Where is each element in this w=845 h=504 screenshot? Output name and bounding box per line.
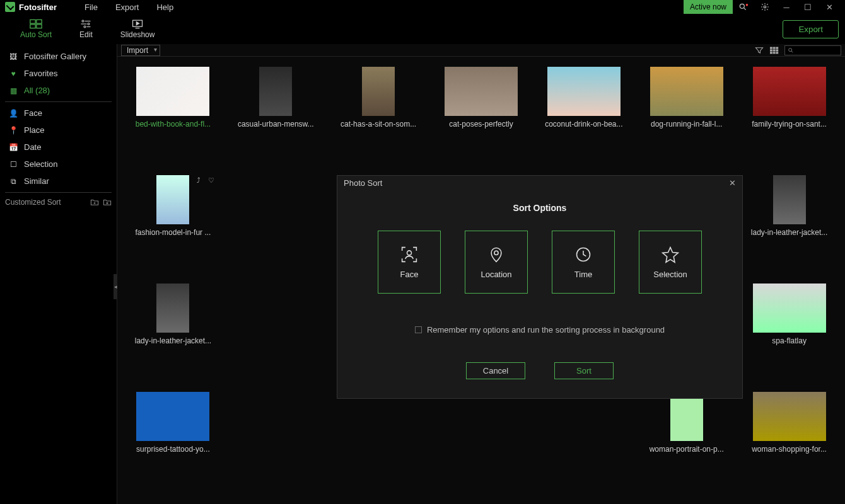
cancel-button[interactable]: Cancel <box>466 362 525 379</box>
sidebar-date-label: Date <box>24 142 41 152</box>
grid-view-icon[interactable] <box>767 45 782 56</box>
search-icon <box>788 47 794 54</box>
sidebar-customized-label: Customized Sort <box>5 198 61 207</box>
thumb-item[interactable]: coconut-drink-on-bea... <box>533 64 634 171</box>
thumb-item[interactable]: casual-urban-mensw... <box>225 64 327 171</box>
remember-label: Remember my options and run the sorting … <box>427 325 665 335</box>
thumb-item[interactable]: bed-with-book-and-fl... <box>122 64 224 171</box>
sidebar-all[interactable]: ▦All (28) <box>5 82 112 99</box>
thumb-label: woman-shopping-for... <box>745 445 834 454</box>
sidebar-face[interactable]: 👤Face <box>5 105 112 122</box>
close-button[interactable]: ✕ <box>819 0 840 14</box>
tab-autosort-label: Auto Sort <box>20 30 52 39</box>
search-icon[interactable]: ● <box>733 0 754 14</box>
pin-icon: 📍 <box>8 126 19 135</box>
sort-option-selection-label: Selection <box>653 270 687 279</box>
menu-file[interactable]: File <box>76 3 107 12</box>
thumb-item[interactable]: ⤴ ♡ fashion-model-in-fur ... <box>122 173 224 280</box>
sidebar-date[interactable]: 📅Date <box>5 139 112 156</box>
remove-folder-icon[interactable] <box>103 198 112 206</box>
search-input[interactable] <box>784 45 841 55</box>
export-icon[interactable]: ⤴ <box>197 176 206 185</box>
remember-checkbox[interactable] <box>415 326 422 333</box>
minimize-button[interactable]: ─ <box>776 0 797 14</box>
heart-icon: ♥ <box>8 69 19 78</box>
sort-options: Face Location Time <box>356 231 723 294</box>
svg-point-0 <box>740 4 744 8</box>
sort-option-face[interactable]: Face <box>378 231 441 294</box>
close-icon[interactable]: ✕ <box>729 178 736 188</box>
star-icon <box>661 246 679 263</box>
sort-option-location-label: Location <box>481 270 511 279</box>
thumb-label: woman-portrait-on-p... <box>643 445 731 454</box>
similar-icon: ⧉ <box>8 177 19 186</box>
import-dropdown[interactable]: Import <box>121 45 160 56</box>
face-icon: 👤 <box>8 109 19 118</box>
dialog-heading: Sort Options <box>356 203 723 213</box>
sidebar-gallery[interactable]: 🖼Fotosifter Gallery <box>5 48 112 65</box>
status-badge: Active now <box>684 0 733 14</box>
svg-rect-26 <box>770 52 772 54</box>
sidebar-place[interactable]: 📍Place <box>5 122 112 139</box>
thumb-item[interactable]: surprised-tattood-yo... <box>122 389 224 496</box>
app-name: Fotosifter <box>19 3 57 12</box>
sort-option-face-label: Face <box>400 270 419 279</box>
thumb-item[interactable]: lady-in-leather-jacket... <box>122 281 224 388</box>
sort-option-location[interactable]: Location <box>465 231 528 294</box>
thumb-item[interactable]: spa-flatlay <box>738 281 840 388</box>
thumb-item[interactable]: lady-in-leather-jacket... <box>738 173 840 280</box>
thumb-item[interactable]: cat-has-a-sit-on-som... <box>328 64 429 171</box>
thumb-label: coconut-drink-on-bea... <box>540 120 628 129</box>
content-header: Import <box>117 44 845 57</box>
tab-autosort[interactable]: Auto Sort <box>6 14 66 44</box>
sidebar-face-label: Face <box>24 108 42 118</box>
face-scan-icon <box>400 246 418 263</box>
clock-icon <box>574 246 592 263</box>
tab-edit[interactable]: Edit <box>66 14 107 44</box>
sidebar-similar[interactable]: ⧉Similar <box>5 173 112 190</box>
settings-icon[interactable] <box>754 0 776 14</box>
thumb-label: family-trying-on-sant... <box>745 120 834 129</box>
calendar-icon: 📅 <box>8 143 19 152</box>
sidebar-favorites-label: Favorites <box>24 69 57 78</box>
thumb-item[interactable]: family-trying-on-sant... <box>738 64 840 171</box>
menu-export[interactable]: Export <box>107 3 148 12</box>
svg-marker-34 <box>663 247 679 262</box>
svg-point-11 <box>84 26 86 28</box>
heart-icon[interactable]: ♡ <box>208 176 217 185</box>
thumb-label: cat-poses-perfectly <box>437 120 525 129</box>
thumb-label: spa-flatlay <box>745 336 834 345</box>
svg-point-31 <box>407 250 412 255</box>
svg-point-29 <box>789 48 792 51</box>
filter-icon[interactable] <box>752 45 767 56</box>
menu-help[interactable]: Help <box>148 3 182 12</box>
thumb-item[interactable]: cat-poses-perfectly <box>431 64 532 171</box>
maximize-button[interactable]: ☐ <box>797 0 819 14</box>
add-folder-icon[interactable] <box>90 198 99 206</box>
svg-rect-21 <box>773 47 776 49</box>
selection-icon: ☐ <box>8 160 19 169</box>
thumb-label: bed-with-book-and-fl... <box>129 120 217 129</box>
sidebar-collapse-handle[interactable]: ◂ <box>114 274 117 299</box>
thumb-item[interactable]: dog-running-in-fall-l... <box>636 64 737 171</box>
thumb-label: lady-in-leather-jacket... <box>129 336 217 345</box>
content-area: ◂ Import bed-with-book-and-fl... casual-… <box>117 44 845 504</box>
svg-point-7 <box>82 20 84 22</box>
thumb-item[interactable]: woman-shopping-for... <box>738 389 840 496</box>
sort-option-selection[interactable]: Selection <box>639 231 702 294</box>
sort-button[interactable]: Sort <box>554 362 614 379</box>
svg-rect-6 <box>37 25 42 28</box>
svg-rect-20 <box>770 47 772 49</box>
svg-point-9 <box>88 23 90 25</box>
svg-line-1 <box>744 8 746 9</box>
sidebar-selection[interactable]: ☐Selection <box>5 156 112 173</box>
export-button[interactable]: Export <box>783 20 839 38</box>
thumb-item[interactable]: woman-portrait-on-p... <box>636 389 737 496</box>
sort-option-time-label: Time <box>574 270 592 279</box>
tab-slideshow[interactable]: Slideshow <box>107 14 169 44</box>
svg-rect-24 <box>773 49 776 51</box>
svg-rect-27 <box>773 52 776 54</box>
sort-option-time[interactable]: Time <box>552 231 615 294</box>
logo-icon <box>5 2 15 12</box>
sidebar-favorites[interactable]: ♥Favorites <box>5 65 112 82</box>
